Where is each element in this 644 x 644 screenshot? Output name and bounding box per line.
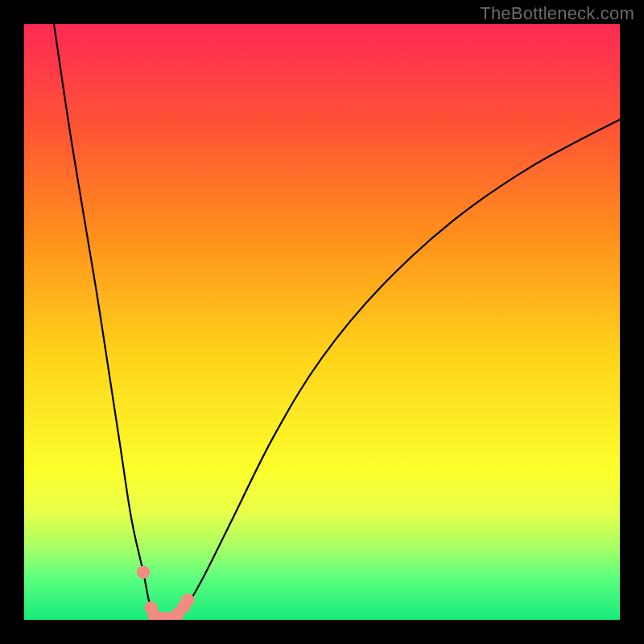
bottleneck-curve xyxy=(54,24,620,620)
watermark-text: TheBottleneck.com xyxy=(480,3,634,24)
marker-dot xyxy=(137,566,150,579)
chart-stage: TheBottleneck.com xyxy=(0,0,644,644)
plot-area xyxy=(24,24,620,620)
marker-group xyxy=(137,566,195,620)
curve-layer xyxy=(24,24,620,620)
marker-dot xyxy=(181,593,194,606)
